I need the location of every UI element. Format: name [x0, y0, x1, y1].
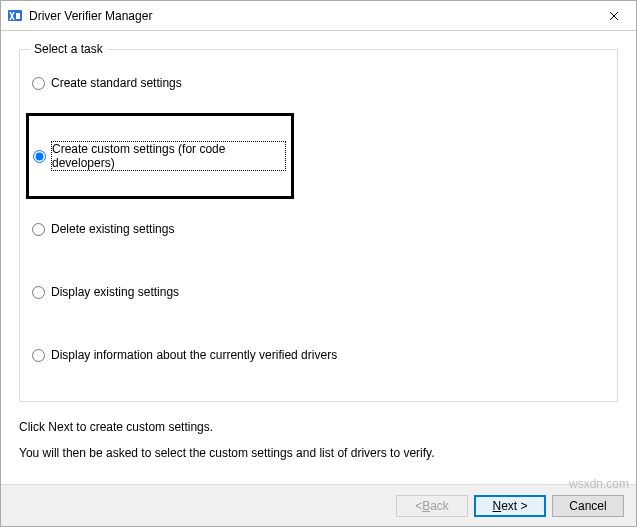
back-button-suffix: ack — [430, 499, 449, 513]
next-button[interactable]: Next > — [474, 495, 546, 517]
back-button-accel: B — [422, 499, 430, 513]
radio-input-create-custom[interactable] — [33, 150, 46, 163]
radio-label-create-custom: Create custom settings (for code develop… — [52, 142, 285, 170]
back-button-prefix: < — [415, 499, 422, 513]
button-bar: < Back Next > Cancel — [1, 484, 636, 526]
dialog-window: Driver Verifier Manager Select a task Cr… — [0, 0, 637, 527]
highlight-box: Create custom settings (for code develop… — [26, 113, 294, 199]
radio-label-create-standard: Create standard settings — [51, 76, 182, 90]
title-bar: Driver Verifier Manager — [1, 1, 636, 31]
radio-label-display-existing: Display existing settings — [51, 285, 179, 299]
groupbox-label: Select a task — [30, 42, 107, 56]
radio-create-custom[interactable]: Create custom settings (for code develop… — [33, 140, 285, 172]
next-button-suffix: ext > — [501, 499, 527, 513]
next-button-accel: N — [492, 499, 501, 513]
window-title: Driver Verifier Manager — [29, 9, 592, 23]
radio-label-display-info: Display information about the currently … — [51, 348, 337, 362]
radio-input-create-standard[interactable] — [32, 77, 45, 90]
app-icon — [7, 8, 23, 24]
content-area: Select a task Create standard settings C… — [1, 31, 636, 484]
instruction-line-1: Click Next to create custom settings. — [19, 420, 618, 434]
radio-delete-existing[interactable]: Delete existing settings — [32, 220, 605, 238]
back-button: < Back — [396, 495, 468, 517]
task-radio-list: Create standard settings Create custom s… — [32, 74, 605, 364]
radio-display-existing[interactable]: Display existing settings — [32, 283, 605, 301]
cancel-button[interactable]: Cancel — [552, 495, 624, 517]
close-button[interactable] — [592, 1, 636, 31]
radio-input-display-existing[interactable] — [32, 286, 45, 299]
task-groupbox: Select a task Create standard settings C… — [19, 49, 618, 402]
svg-rect-1 — [16, 13, 20, 19]
radio-input-delete-existing[interactable] — [32, 223, 45, 236]
cancel-button-label: Cancel — [569, 499, 606, 513]
radio-input-display-info[interactable] — [32, 349, 45, 362]
radio-label-delete-existing: Delete existing settings — [51, 222, 174, 236]
instructions-text: Click Next to create custom settings. Yo… — [19, 420, 618, 472]
instruction-line-2: You will then be asked to select the cus… — [19, 446, 618, 460]
radio-create-standard[interactable]: Create standard settings — [32, 74, 605, 92]
radio-display-info[interactable]: Display information about the currently … — [32, 346, 605, 364]
